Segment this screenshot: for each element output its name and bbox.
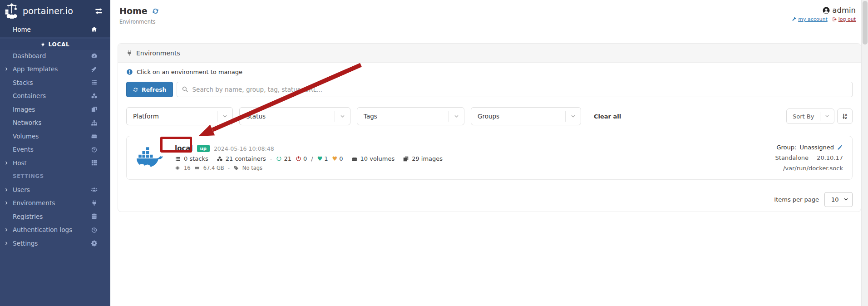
home-icon [91, 26, 98, 33]
database-icon [91, 213, 98, 220]
volumes-label: 10 volumes [360, 155, 395, 162]
user-menu: admin my account log out [792, 6, 856, 22]
history-icon [91, 146, 98, 153]
sidebar-item-label: App Templates [13, 65, 58, 73]
environment-name[interactable]: local [175, 144, 193, 153]
sidebar-item-label: Networks [13, 119, 41, 126]
groups-filter[interactable]: Groups [471, 107, 581, 125]
widget-title: Environments [136, 49, 180, 57]
images-label: 29 images [412, 155, 443, 162]
page-header: Home Environments admin my account log o… [110, 0, 861, 28]
environments-widget: Environments Click on an environment to … [118, 43, 861, 212]
pencil-icon[interactable] [837, 144, 843, 150]
tags-filter[interactable]: Tags [357, 107, 464, 125]
sidebar-nav: Dashboard App Templates Stacks Container… [0, 49, 110, 250]
sidebar-item-label: Home [13, 26, 31, 33]
sidebar-item-authentication-logs[interactable]: Authentication logs [0, 223, 110, 237]
status-filter[interactable]: Status [239, 107, 350, 125]
search-input[interactable] [177, 82, 853, 97]
stacks-count: 0 stacks [175, 155, 208, 162]
sidebar-item-registries[interactable]: Registries [0, 210, 110, 223]
sidebar-item-label: Images [13, 106, 35, 113]
wrench-icon [792, 17, 797, 22]
healthy-count: 1 [324, 155, 328, 162]
info-text: Click on an environment to manage [137, 69, 242, 75]
unhealthy-count: 0 [339, 155, 343, 162]
containers-count: 21 containers [217, 155, 266, 162]
sidebar-item-containers[interactable]: Containers [0, 89, 110, 103]
sidebar-endpoint-local[interactable]: LOCAL [0, 39, 110, 50]
sidebar-item-stacks[interactable]: Stacks [0, 76, 110, 89]
refresh-button[interactable]: Refresh [126, 82, 173, 97]
tags-label: No tags [242, 165, 262, 171]
info-message: Click on an environment to manage [126, 69, 853, 75]
refresh-label: Refresh [142, 86, 167, 93]
sidebar-item-dashboard[interactable]: Dashboard [0, 49, 110, 63]
portainer-logo-icon [5, 3, 20, 19]
sidebar-item-app-templates[interactable]: App Templates [0, 63, 110, 76]
sort-by-dropdown[interactable]: Sort By [786, 109, 834, 124]
sidebar-item-host[interactable]: Host [0, 156, 110, 170]
sidebar-item-events[interactable]: Events [0, 143, 110, 157]
sort-direction-button[interactable] [837, 109, 853, 124]
sidebar-header: portainer.io [0, 0, 110, 22]
sidebar-item-label: Authentication logs [13, 226, 72, 233]
scrollbar-thumb[interactable] [863, 1, 868, 44]
sidebar-item-home[interactable]: Home [0, 22, 110, 37]
items-per-page-select[interactable]: 10 [824, 192, 853, 207]
memory-size: 67.4 GB [203, 165, 224, 171]
sidebar-item-volumes[interactable]: Volumes [0, 129, 110, 143]
running-containers: 21 [276, 155, 291, 162]
sidebar-item-networks[interactable]: Networks [0, 116, 110, 130]
filter-label: Tags [364, 113, 377, 120]
environment-card[interactable]: local up 2024-05-16 10:08:48 0 stacks 21… [126, 136, 853, 180]
sidebar-item-images[interactable]: Images [0, 103, 110, 116]
platform-type: Standalone [775, 154, 809, 161]
hdd-icon [351, 156, 358, 162]
sidebar-item-label: Users [13, 186, 30, 193]
sidebar-item-label: Stacks [13, 79, 33, 86]
chevron-down-icon [340, 114, 345, 119]
layers-icon [91, 106, 98, 113]
search-icon [182, 86, 188, 93]
sidebar: portainer.io Home LOCAL Dashboard App Te… [0, 0, 110, 306]
scrollbar[interactable] [861, 0, 868, 306]
sidebar-item-label: Environments [13, 199, 55, 207]
sidebar-item-users[interactable]: Users [0, 183, 110, 197]
sidebar-item-settings[interactable]: Settings [0, 237, 110, 250]
my-account-label: my account [798, 16, 828, 22]
platform-filter[interactable]: Platform [126, 107, 233, 125]
status-badge: up [197, 145, 210, 152]
unhealthy-containers: ♥ 0 [332, 155, 343, 162]
sidebar-item-label: Registries [13, 213, 43, 220]
heart-icon: ♥ [332, 156, 338, 162]
docker-whale-icon [136, 146, 166, 170]
sidebar-item-label: Events [13, 146, 34, 153]
plug-icon [91, 200, 98, 207]
stopped-containers: 0 [296, 155, 307, 162]
filter-label: Groups [478, 113, 499, 120]
sidebar-item-label: Volumes [13, 133, 39, 140]
breadcrumb[interactable]: Environments [119, 19, 155, 25]
separator: - [228, 165, 230, 171]
my-account-link[interactable]: my account [792, 16, 828, 22]
widget-header: Environments [118, 44, 861, 63]
chevron-down-icon [222, 114, 228, 119]
power-off-icon [296, 156, 301, 162]
filter-label: Status [246, 113, 266, 120]
cubes-icon [91, 93, 98, 99]
log-out-link[interactable]: log out [832, 16, 856, 22]
username: admin [832, 6, 856, 15]
group-value: Unassigned [799, 144, 834, 151]
chevron-right-icon [4, 227, 9, 232]
sidebar-item-environments[interactable]: Environments [0, 197, 110, 210]
power-on-icon [276, 156, 282, 162]
plug-icon [40, 42, 45, 47]
clear-all-button[interactable]: Clear all [594, 113, 621, 120]
chevron-right-icon [4, 187, 9, 192]
refresh-icon[interactable] [152, 7, 159, 15]
endpoint-name: LOCAL [48, 41, 69, 48]
sidebar-toggle-icon[interactable] [94, 7, 103, 15]
gauge-icon [91, 52, 98, 59]
list-icon [175, 156, 181, 162]
